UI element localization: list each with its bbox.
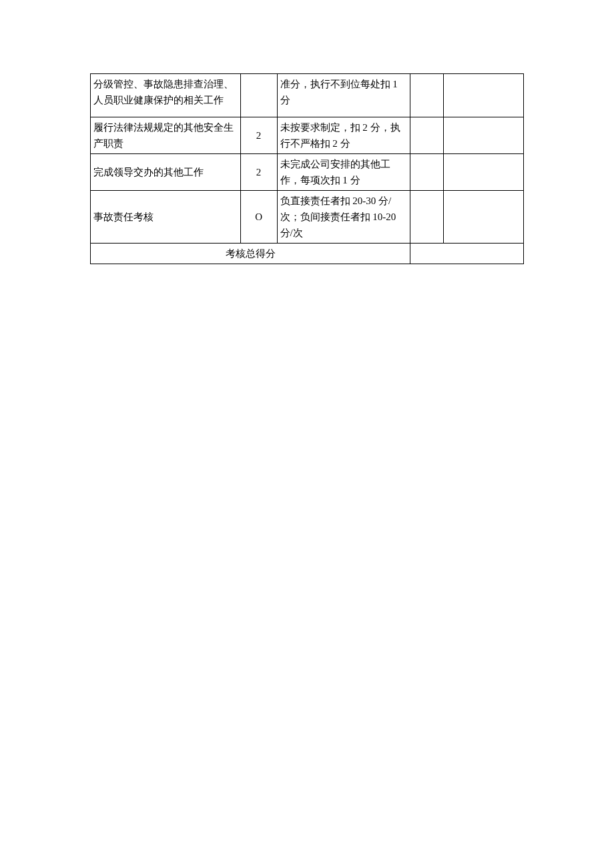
score-cell: O — [240, 191, 277, 244]
criteria-cell: 未完成公司安排的其他工作，每项次扣 1 分 — [277, 154, 410, 191]
assessment-table: 分级管控、事故隐患排查治理、人员职业健康保护的相关工作 准分，执行不到位每处扣 … — [90, 73, 524, 264]
blank-cell — [444, 74, 524, 117]
table-row: 事故责任考核 O 负直接责任者扣 20-30 分/次；负间接责任者扣 10-20… — [91, 191, 524, 244]
table-footer-row: 考核总得分 — [91, 244, 524, 264]
item-cell: 完成领导交办的其他工作 — [91, 154, 241, 191]
score-cell — [240, 74, 277, 117]
criteria-cell: 负直接责任者扣 20-30 分/次；负间接责任者扣 10-20分/次 — [277, 191, 410, 244]
table-row: 履行法律法规规定的其他安全生产职责 2 未按要求制定，扣 2 分，执行不严格扣 … — [91, 117, 524, 154]
table-row: 分级管控、事故隐患排查治理、人员职业健康保护的相关工作 准分，执行不到位每处扣 … — [91, 74, 524, 117]
item-cell: 分级管控、事故隐患排查治理、人员职业健康保护的相关工作 — [91, 74, 241, 117]
blank-cell — [410, 154, 444, 191]
blank-cell — [410, 191, 444, 244]
criteria-cell: 未按要求制定，扣 2 分，执行不严格扣 2 分 — [277, 117, 410, 154]
blank-cell — [410, 74, 444, 117]
footer-blank-cell — [410, 244, 524, 264]
score-cell: 2 — [240, 117, 277, 154]
footer-label-cell: 考核总得分 — [91, 244, 410, 264]
item-cell: 履行法律法规规定的其他安全生产职责 — [91, 117, 241, 154]
blank-cell — [444, 191, 524, 244]
criteria-cell: 准分，执行不到位每处扣 1分 — [277, 74, 410, 117]
blank-cell — [410, 117, 444, 154]
table-row: 完成领导交办的其他工作 2 未完成公司安排的其他工作，每项次扣 1 分 — [91, 154, 524, 191]
item-cell: 事故责任考核 — [91, 191, 241, 244]
blank-cell — [444, 117, 524, 154]
score-cell: 2 — [240, 154, 277, 191]
blank-cell — [444, 154, 524, 191]
